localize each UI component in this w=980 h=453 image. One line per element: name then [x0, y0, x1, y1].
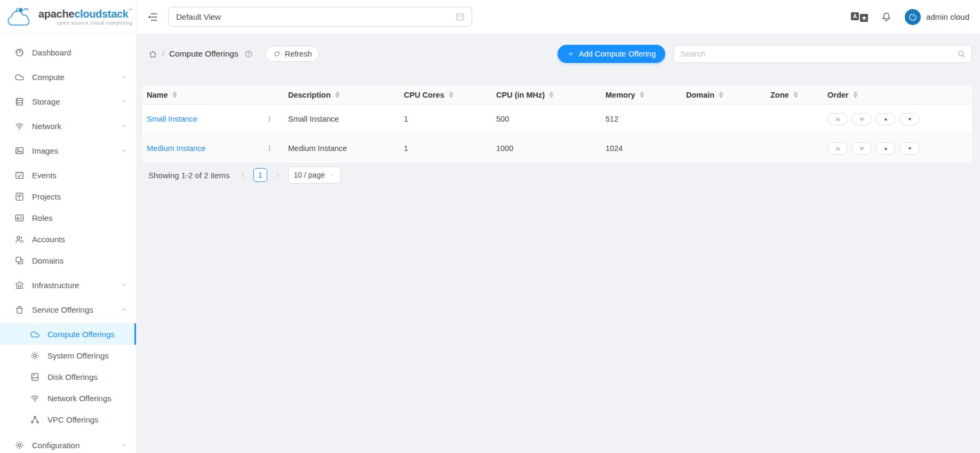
block-icon: [14, 256, 25, 266]
offering-name-link[interactable]: Medium Instance: [147, 144, 205, 153]
sidebar-item-label: Infrastructure: [32, 281, 79, 290]
breadcrumb-current: Compute Offerings: [169, 49, 238, 59]
project-icon: [14, 192, 25, 202]
page-size-selector[interactable]: 10 / page: [288, 166, 341, 184]
topbar-right: A ★ admin cloud: [851, 9, 969, 25]
caret-down-icon: [906, 145, 913, 152]
more-actions-icon[interactable]: [264, 113, 275, 125]
column-header-order[interactable]: Order: [823, 85, 972, 105]
cell-domain: [682, 134, 766, 163]
sidebar-item-label: Network Offerings: [47, 394, 111, 403]
sidebar-item-accounts[interactable]: Accounts: [0, 228, 136, 250]
user-menu[interactable]: admin cloud: [905, 9, 969, 25]
sidebar-item-label: Projects: [32, 192, 61, 201]
database-icon: [14, 97, 25, 107]
question-circle-icon[interactable]: [244, 50, 253, 58]
sidebar-item-label: Compute Offerings: [47, 330, 115, 339]
sidebar-item-roles[interactable]: Roles: [0, 207, 136, 228]
sidebar-item-projects[interactable]: Projects: [0, 186, 136, 207]
double-chevron-up-icon: [834, 145, 841, 152]
move-to-top-button[interactable]: [827, 113, 848, 125]
move-to-bottom-button[interactable]: [851, 113, 872, 125]
sidebar-item-domains[interactable]: Domains: [0, 250, 136, 271]
page-number-button[interactable]: 1: [253, 168, 267, 182]
wifi-icon: [30, 393, 40, 403]
sidebar-item-label: Domains: [32, 256, 63, 265]
column-header-cpu-cores[interactable]: CPU Cores: [400, 85, 492, 105]
sidebar-item-system-offerings[interactable]: System Offerings: [0, 345, 136, 366]
plus-icon: [567, 50, 575, 58]
sort-icon: [549, 91, 554, 98]
sidebar-item-events[interactable]: Events: [0, 164, 136, 186]
page-header: / Compute Offerings Refresh Add Compute …: [142, 45, 972, 63]
view-selector-value: Default View: [176, 12, 221, 21]
more-actions-icon[interactable]: [264, 142, 275, 154]
sort-icon: [449, 91, 453, 98]
sidebar-item-label: Dashboard: [32, 48, 71, 57]
column-label: Domain: [686, 91, 714, 99]
search-icon[interactable]: [957, 50, 966, 58]
sidebar-item-configuration[interactable]: Configuration: [0, 434, 136, 453]
column-header-memory[interactable]: Memory: [601, 85, 682, 105]
next-page-icon[interactable]: [274, 172, 281, 179]
translate-icon[interactable]: A ★: [851, 12, 868, 22]
cloudstack-monkey-logo-icon: [5, 4, 35, 30]
menu-fold-icon[interactable]: [147, 11, 158, 23]
view-selector[interactable]: Default View: [168, 7, 472, 27]
dashboard-icon: [14, 47, 25, 58]
cell-cpu-mhz: 1000: [492, 134, 601, 163]
sidebar-item-disk-offerings[interactable]: Disk Offerings: [0, 366, 136, 387]
picture-icon: [14, 146, 25, 156]
sidebar-item-compute-offerings[interactable]: Compute Offerings: [0, 323, 136, 345]
sidebar-item-network[interactable]: Network: [0, 115, 136, 137]
sort-icon: [640, 91, 644, 98]
cloud-icon: [30, 329, 40, 339]
add-compute-offering-button[interactable]: Add Compute Offering: [557, 45, 665, 63]
hdd-icon: [30, 372, 40, 382]
cell-memory: 512: [601, 105, 682, 134]
sidebar-item-compute[interactable]: Compute: [0, 66, 136, 88]
double-chevron-up-icon: [834, 116, 841, 123]
move-up-button[interactable]: [875, 113, 896, 125]
column-header-cpu-mhz[interactable]: CPU (in MHz): [492, 85, 601, 105]
refresh-label: Refresh: [285, 50, 312, 58]
offering-name-link[interactable]: Small Instance: [147, 115, 197, 123]
sidebar-menu: Dashboard Compute Storage Network Images…: [0, 34, 136, 453]
brand-logo[interactable]: apachecloudstack™ open source cloud comp…: [0, 0, 136, 34]
search-input[interactable]: [680, 49, 953, 59]
move-down-button[interactable]: [899, 142, 920, 155]
column-header-name[interactable]: Name: [142, 85, 284, 105]
sidebar-item-label: Compute: [32, 73, 65, 82]
previous-page-icon[interactable]: [240, 172, 246, 179]
move-down-button[interactable]: [899, 113, 920, 125]
cell-description: Small Instance: [284, 105, 400, 134]
sidebar-item-infrastructure[interactable]: Infrastructure: [0, 274, 136, 296]
sidebar-item-label: Roles: [32, 213, 52, 222]
wifi-icon: [14, 121, 25, 131]
sidebar-item-label: Images: [32, 146, 58, 155]
sidebar-item-label: Accounts: [32, 235, 65, 244]
caret-up-icon: [882, 116, 889, 123]
cell-zone: [766, 105, 823, 134]
bank-icon: [14, 280, 25, 290]
sidebar-item-service-offerings[interactable]: Service Offerings: [0, 299, 136, 320]
sidebar-item-label: Storage: [32, 97, 60, 106]
team-icon: [14, 234, 25, 244]
sort-icon: [793, 91, 798, 98]
column-header-domain[interactable]: Domain: [682, 85, 766, 105]
refresh-button[interactable]: Refresh: [265, 46, 320, 62]
move-to-top-button[interactable]: [827, 142, 848, 155]
column-header-description[interactable]: Description: [284, 85, 400, 105]
sidebar-item-network-offerings[interactable]: Network Offerings: [0, 387, 136, 409]
sidebar-item-images[interactable]: Images: [0, 140, 136, 161]
home-icon[interactable]: [148, 50, 157, 59]
move-to-bottom-button[interactable]: [851, 142, 872, 155]
sidebar-item-storage[interactable]: Storage: [0, 91, 136, 112]
sidebar-item-dashboard[interactable]: Dashboard: [0, 42, 136, 63]
column-header-zone[interactable]: Zone: [766, 85, 823, 105]
sidebar-item-vpc-offerings[interactable]: VPC Offerings: [0, 409, 136, 430]
bell-icon[interactable]: [881, 11, 892, 22]
move-up-button[interactable]: [875, 142, 896, 155]
column-label: CPU Cores: [404, 91, 444, 99]
sidebar-item-label: Events: [32, 171, 57, 180]
